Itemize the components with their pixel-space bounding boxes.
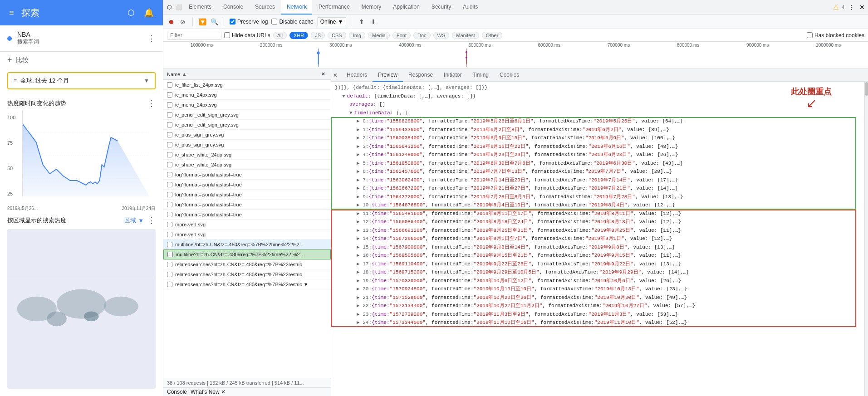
- has-blocked-label[interactable]: Has blocked cookies: [807, 32, 864, 39]
- devtools-close-icon[interactable]: ✕: [858, 3, 866, 11]
- file-checkbox[interactable]: [167, 242, 172, 247]
- list-item[interactable]: log?format=json&hasfast=true: [163, 190, 331, 200]
- file-checkbox[interactable]: [167, 152, 172, 157]
- file-checkbox[interactable]: [167, 282, 172, 287]
- list-item[interactable]: log?format=json&hasfast=true: [163, 200, 331, 210]
- filter-input[interactable]: [167, 31, 221, 40]
- list-item[interactable]: log?format=json&hasfast=true: [163, 210, 331, 220]
- filter-other[interactable]: Other: [482, 32, 503, 39]
- tab-network[interactable]: Network: [281, 0, 312, 15]
- tab-audits[interactable]: Audits: [457, 0, 483, 15]
- filter-xhr[interactable]: XHR: [289, 32, 308, 39]
- filter-doc[interactable]: Doc: [413, 32, 431, 39]
- filter-media[interactable]: Media: [368, 32, 390, 39]
- file-checkbox[interactable]: [167, 162, 172, 167]
- preview-content[interactable]: })]}, {default: {timelineData: [,…], ave…: [331, 82, 868, 396]
- list-item[interactable]: relatedsearches?hl=zh-CN&tz=-480&req=%7B…: [163, 269, 331, 279]
- devtools-more-icon[interactable]: ⋮: [847, 3, 855, 11]
- expand-timeline[interactable]: ▼: [349, 109, 353, 117]
- file-checkbox[interactable]: [167, 112, 172, 117]
- share-icon[interactable]: ⬡: [126, 6, 137, 20]
- menu-icon[interactable]: ≡: [7, 6, 16, 20]
- filter-ws[interactable]: WS: [433, 32, 450, 39]
- file-checkbox[interactable]: [167, 222, 172, 227]
- hide-data-urls-checkbox[interactable]: [224, 32, 230, 38]
- clear-button[interactable]: ⊘: [179, 18, 187, 26]
- list-item[interactable]: ic_plus_sign_grey.svg: [163, 140, 331, 150]
- preserve-log-label[interactable]: Preserve log: [230, 19, 268, 25]
- notification-icon[interactable]: 🔔: [142, 6, 156, 20]
- list-item[interactable]: more-vert.svg: [163, 230, 331, 240]
- has-blocked-checkbox[interactable]: [807, 32, 813, 38]
- file-checkbox[interactable]: [167, 232, 172, 237]
- list-item[interactable]: log?format=json&hasfast=true: [163, 180, 331, 190]
- filter-all[interactable]: All: [273, 32, 287, 39]
- file-checkbox[interactable]: [167, 262, 172, 267]
- tab-elements[interactable]: Elements: [183, 0, 217, 15]
- tab-initiator[interactable]: Initiator: [438, 69, 467, 82]
- file-checkbox[interactable]: [167, 192, 172, 197]
- tab-security[interactable]: Security: [426, 0, 456, 15]
- preview-close-icon[interactable]: ✕: [333, 72, 338, 78]
- import-button[interactable]: ⬆: [358, 18, 366, 26]
- list-item[interactable]: relatedsearches?hl=zh-CN&tz=-480&req=%7B…: [163, 259, 331, 269]
- filter-box[interactable]: ≡ 全球, 过去 12 个月 ▼: [7, 72, 156, 89]
- filter-js[interactable]: JS: [311, 32, 325, 39]
- search-button[interactable]: 🔍: [210, 18, 218, 26]
- file-checkbox[interactable]: [167, 212, 172, 217]
- list-item[interactable]: ic_share_white_24dp.svg: [163, 150, 331, 160]
- file-checkbox[interactable]: [167, 182, 172, 187]
- filter-img[interactable]: Img: [349, 32, 365, 39]
- filter-manifest[interactable]: Manifest: [452, 32, 479, 39]
- hide-data-urls-label[interactable]: Hide data URLs: [224, 32, 270, 39]
- devtools-responsive-icon[interactable]: ⬜: [174, 3, 182, 11]
- close-file-panel-icon[interactable]: ✕: [319, 70, 327, 78]
- filter-css[interactable]: CSS: [328, 32, 346, 39]
- scrollbar[interactable]: [864, 82, 868, 396]
- list-item[interactable]: ic_filter_list_24px.svg: [163, 80, 331, 90]
- tab-response[interactable]: Response: [403, 69, 438, 82]
- region-select[interactable]: 区域 ▼: [124, 216, 144, 225]
- disable-cache-label[interactable]: Disable cache: [271, 19, 313, 25]
- list-item-highlighted[interactable]: multiline?hl=zh-CN&tz=-480&req=%7B%22tim…: [163, 240, 331, 249]
- search-item[interactable]: NBA 搜索字词 ⋮: [0, 25, 163, 52]
- file-checkbox[interactable]: [167, 272, 172, 277]
- tab-headers[interactable]: Headers: [341, 69, 373, 82]
- list-item[interactable]: ic_menu_24px.svg: [163, 100, 331, 110]
- trend-more-icon[interactable]: ⋮: [147, 98, 156, 108]
- file-checkbox[interactable]: [167, 82, 172, 88]
- file-checkbox[interactable]: [167, 142, 172, 147]
- list-item[interactable]: ic_menu_24px.svg: [163, 90, 331, 100]
- file-checkbox[interactable]: [167, 122, 172, 127]
- devtools-inspect-icon[interactable]: ⬡: [165, 3, 173, 11]
- file-list-scroll[interactable]: ic_filter_list_24px.svg ic_menu_24px.svg…: [163, 80, 331, 378]
- tab-memory[interactable]: Memory: [356, 0, 387, 15]
- list-item[interactable]: more-vert.svg: [163, 220, 331, 230]
- list-item[interactable]: ic_plus_sign_grey.svg: [163, 130, 331, 140]
- expand-default[interactable]: ▼: [342, 93, 345, 100]
- filter-toggle-button[interactable]: 🔽: [198, 18, 206, 26]
- file-checkbox[interactable]: [167, 202, 172, 207]
- scrollbar-thumb[interactable]: [865, 82, 868, 96]
- disable-cache-checkbox[interactable]: [271, 19, 277, 24]
- list-item[interactable]: ic_pencil_edit_sign_grey.svg: [163, 110, 331, 120]
- console-tab[interactable]: Console: [167, 389, 187, 395]
- file-checkbox[interactable]: [167, 92, 172, 98]
- list-item[interactable]: ic_share_white_24dp.svg: [163, 160, 331, 170]
- search-more-icon[interactable]: ⋮: [147, 34, 156, 44]
- tab-application[interactable]: Application: [387, 0, 425, 15]
- compare-row[interactable]: + 比较: [0, 52, 163, 68]
- record-button[interactable]: ⏺: [167, 18, 175, 26]
- tab-preview[interactable]: Preview: [373, 69, 403, 82]
- tab-console[interactable]: Console: [218, 0, 249, 15]
- tab-performance[interactable]: Performance: [313, 0, 355, 15]
- export-button[interactable]: ⬇: [369, 18, 378, 26]
- file-checkbox[interactable]: [167, 172, 172, 177]
- file-checkbox[interactable]: [167, 102, 172, 108]
- list-item-selected[interactable]: multiline?hl=zh-CN&tz=-480&req=%7B%22tim…: [163, 249, 331, 259]
- preserve-log-checkbox[interactable]: [230, 19, 235, 24]
- list-item[interactable]: log?format=json&hasfast=true: [163, 170, 331, 180]
- tab-sources[interactable]: Sources: [250, 0, 280, 15]
- tab-cookies[interactable]: Cookies: [494, 69, 525, 82]
- tab-timing[interactable]: Timing: [467, 69, 494, 82]
